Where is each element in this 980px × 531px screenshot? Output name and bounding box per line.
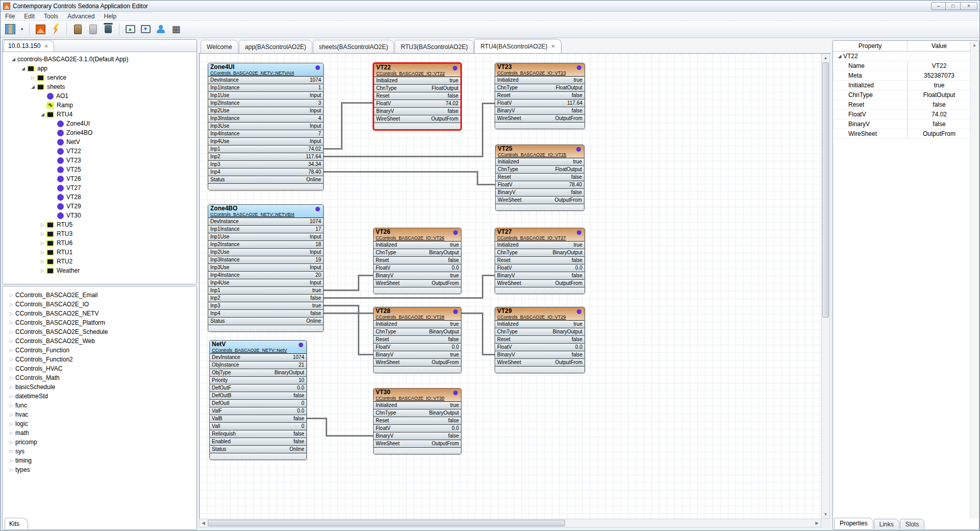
- scroll-thumb[interactable]: [208, 520, 565, 526]
- close-icon[interactable]: ✕: [44, 43, 48, 49]
- tree-item[interactable]: ccontrols-BASCAO2E-3.1.0(Default App): [4, 55, 195, 64]
- dropdown-caret-icon[interactable]: ▾: [19, 23, 24, 35]
- property-value[interactable]: false: [908, 100, 971, 109]
- wiresheet-canvas[interactable]: Zone4UI CControls_BASCAO2E_NETV::NETVAI4…: [199, 54, 821, 519]
- slot-row[interactable]: Status Online: [210, 446, 306, 453]
- slot-row[interactable]: DefOutB false: [210, 392, 306, 400]
- slot-row[interactable]: Inp1 74.02: [208, 146, 323, 153]
- wire[interactable]: [324, 156, 483, 157]
- slot-row[interactable]: FloatV 117.64: [495, 100, 584, 107]
- slot-row[interactable]: ChnType BinaryOutput: [374, 409, 461, 417]
- tree-item[interactable]: NetV: [4, 137, 195, 147]
- tree-expander-icon[interactable]: [8, 293, 15, 298]
- block-vt29[interactable]: VT29 CControls_BASCAO2E_IO::VT29 Initial…: [495, 307, 585, 373]
- block-vt30[interactable]: VT30 CControls_BASCAO2E_IO::VT30 Initial…: [373, 388, 461, 454]
- slot-row[interactable]: BinaryV false: [374, 432, 461, 440]
- wire[interactable]: [326, 418, 327, 437]
- slot-row[interactable]: WireSheet OutputFrom: [495, 115, 584, 123]
- tree-expander-icon[interactable]: [8, 311, 15, 316]
- tree-expander-icon[interactable]: [8, 430, 15, 436]
- editor-tab[interactable]: sheets(BAScontrolAO2E) ✕: [313, 40, 394, 53]
- slot-row[interactable]: Inp4Use Input: [208, 138, 323, 146]
- tree-item[interactable]: VT28: [4, 192, 195, 202]
- tree-expander-icon[interactable]: [39, 259, 46, 264]
- slot-row[interactable]: Reset false: [495, 336, 584, 344]
- slot-row[interactable]: ChnType FloatOutput: [374, 85, 460, 92]
- wire[interactable]: [324, 305, 359, 306]
- tree-item[interactable]: VT27: [4, 183, 195, 192]
- maximize-button[interactable]: □: [946, 2, 961, 10]
- slot-row[interactable]: Inp4 false: [208, 310, 323, 318]
- slot-row[interactable]: ChnType BinaryOutput: [374, 328, 461, 336]
- block-vt27[interactable]: VT27 CControls_BASCAO2E_IO::VT27 Initial…: [495, 228, 585, 294]
- deploy-lightning-icon[interactable]: [50, 23, 62, 35]
- wiresheet-palette-icon[interactable]: [4, 23, 16, 35]
- property-row[interactable]: ChnType FloatOutput: [833, 90, 979, 100]
- tree-item[interactable]: VT30: [4, 211, 195, 220]
- slot-row[interactable]: Inp1 true: [208, 287, 323, 295]
- slot-row[interactable]: Inp4 78.40: [208, 168, 323, 176]
- paste-icon[interactable]: [87, 23, 99, 35]
- slot-row[interactable]: BinaryV false: [495, 351, 584, 359]
- tree-item[interactable]: Zone4UI: [4, 119, 195, 128]
- property-value[interactable]: true: [908, 81, 971, 90]
- kit-item[interactable]: CControls_Function2: [4, 355, 195, 364]
- slot-row[interactable]: WireSheet OutputFrom: [496, 197, 584, 204]
- slot-row[interactable]: Reset false: [495, 92, 584, 100]
- properties-tab[interactable]: Slots: [900, 519, 925, 529]
- slot-row[interactable]: ChnType BinaryOutput: [374, 249, 461, 257]
- canvas-hscrollbar[interactable]: ◀ ▶: [199, 519, 821, 527]
- slot-row[interactable]: Inp1Instance 17: [208, 226, 323, 233]
- kit-item[interactable]: logic: [4, 419, 195, 428]
- tree-expander-icon[interactable]: [8, 394, 15, 399]
- slot-row[interactable]: ValI 0: [210, 423, 306, 430]
- slot-row[interactable]: ObjInstance 21: [210, 361, 306, 369]
- property-value[interactable]: OutputFrom: [908, 129, 971, 138]
- slot-row[interactable]: Enabled false: [210, 438, 306, 446]
- slot-row[interactable]: Inp3Use Input: [208, 264, 323, 272]
- slot-row[interactable]: ChnType FloatOutput: [495, 84, 584, 92]
- get-from-device-icon[interactable]: ▼: [139, 23, 152, 35]
- tree-item[interactable]: service: [4, 73, 195, 82]
- kit-item[interactable]: CControls_BASCAO2E_NETV: [4, 309, 195, 318]
- slot-row[interactable]: FloatV 0.0: [374, 344, 461, 351]
- menu-item[interactable]: Help: [99, 13, 121, 20]
- scroll-left-icon[interactable]: ◀: [200, 519, 207, 527]
- wire[interactable]: [358, 275, 359, 291]
- menu-item[interactable]: Advanced: [63, 13, 99, 20]
- minimize-button[interactable]: –: [931, 2, 946, 10]
- slot-row[interactable]: Reset false: [374, 417, 461, 425]
- tree-expander-icon[interactable]: [39, 250, 46, 255]
- tree-item[interactable]: Zone4BO: [4, 128, 195, 137]
- property-value[interactable]: 74.02: [908, 110, 971, 119]
- slot-row[interactable]: Initialized true: [496, 158, 584, 166]
- kit-item[interactable]: basicSchedule: [4, 382, 195, 392]
- tree-item[interactable]: Ramp: [4, 101, 195, 110]
- block-vt26[interactable]: VT26 CControls_BASCAO2E_IO::VT26 Initial…: [373, 228, 461, 294]
- scroll-thumb[interactable]: [822, 62, 829, 318]
- tree-expander-icon[interactable]: [8, 412, 15, 417]
- block-vt28[interactable]: VT28 CControls_BASCAO2E_IO::VT28 Initial…: [373, 307, 461, 373]
- scroll-right-icon[interactable]: ▶: [813, 519, 821, 527]
- slot-row[interactable]: WireSheet OutputFrom: [374, 359, 461, 367]
- slot-row[interactable]: BinaryV true: [374, 351, 461, 359]
- slot-row[interactable]: ValB false: [210, 415, 306, 423]
- slot-row[interactable]: ChnType FloatOutput: [496, 166, 584, 174]
- slot-row[interactable]: WireSheet OutputFrom: [374, 115, 460, 123]
- slot-row[interactable]: FloatV 74.02: [374, 100, 460, 108]
- slot-row[interactable]: Inp3Instance 19: [208, 256, 323, 264]
- tree-item[interactable]: RTU1: [4, 248, 195, 257]
- wire[interactable]: [341, 102, 342, 150]
- slot-row[interactable]: FloatV 0.0: [495, 264, 584, 272]
- device-tab[interactable]: 10.0.13.150 ✕: [4, 40, 54, 52]
- slot-row[interactable]: Priority 10: [210, 377, 306, 384]
- tree-expander-icon[interactable]: [29, 84, 37, 89]
- tree-expander-icon[interactable]: [39, 112, 46, 117]
- slot-row[interactable]: ObjType BinaryOutput: [210, 369, 306, 377]
- tree-item[interactable]: RTU3: [4, 229, 195, 238]
- slot-row[interactable]: Reset false: [374, 92, 460, 100]
- slot-row[interactable]: DevInstance 1074: [210, 354, 306, 361]
- tree-item[interactable]: RTU5: [4, 220, 195, 229]
- property-row[interactable]: Name VT22: [833, 61, 979, 71]
- block-netv[interactable]: NetV CControls_BASCAO2E_NETV::NetV DevIn…: [209, 340, 307, 460]
